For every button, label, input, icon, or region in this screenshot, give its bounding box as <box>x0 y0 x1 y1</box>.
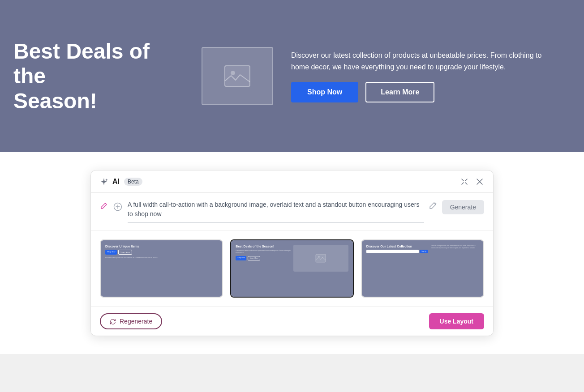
learn-more-button[interactable]: Learn More <box>365 82 434 102</box>
svg-point-1 <box>231 71 235 75</box>
card-2-right <box>293 245 348 292</box>
layout-card-2[interactable]: Best Deals of the Season! Discover our l… <box>230 239 353 298</box>
ai-dialog: AI Beta <box>90 170 494 336</box>
ai-input-area: A full width call-to-action with a backg… <box>91 193 493 230</box>
hero-description: Discover our latest collection of produc… <box>291 50 542 72</box>
use-layout-button[interactable]: Use Layout <box>429 313 484 329</box>
ai-dialog-footer: Regenerate Use Layout <box>91 307 493 336</box>
card-3-body: Find the best products and latest items … <box>431 245 479 249</box>
card-1-learn-btn: Learn More <box>118 250 132 255</box>
image-placeholder-icon <box>224 65 251 87</box>
hero-right: Discover our latest collection of produc… <box>291 50 571 102</box>
ai-label: AI <box>112 178 120 186</box>
card-1-preview: Discover Unique Items Shop Now Learn Mor… <box>101 240 222 297</box>
regenerate-label: Regenerate <box>120 318 152 325</box>
card-3-right: Find the best products and latest items … <box>431 245 479 253</box>
card-3-preview: Discover Our Latest Collection Sign Up F… <box>362 240 483 297</box>
card-2-learn-btn: Learn More <box>248 256 260 260</box>
ai-prompt-text: A full width call-to-action with a backg… <box>128 200 424 219</box>
regenerate-icon <box>110 318 116 325</box>
layout-card-1[interactable]: Discover Unique Items Shop Now Learn Mor… <box>100 239 223 298</box>
lower-section: AI Beta <box>0 152 584 354</box>
shop-now-button[interactable]: Shop Now <box>291 82 358 102</box>
card-2-desc: Discover our latest collection of produc… <box>236 250 291 254</box>
svg-point-4 <box>318 256 320 258</box>
card-2-shop-btn: Shop Now <box>236 256 246 260</box>
card-2-layout: Best Deals of the Season! Discover our l… <box>236 245 348 292</box>
card-3-left: Discover Our Latest Collection Sign Up <box>366 245 428 253</box>
card-2-buttons: Shop Now Learn More <box>236 256 291 260</box>
hero-left: Best Deals of the Season! <box>13 39 184 113</box>
beta-badge: Beta <box>124 178 142 186</box>
pencil-icon <box>100 201 108 210</box>
card-2-preview: Best Deals of the Season! Discover our l… <box>231 240 352 297</box>
close-button[interactable] <box>475 177 484 186</box>
card-1-title: Discover Unique Items <box>105 245 218 248</box>
card-3-title: Discover Our Latest Collection <box>366 245 428 248</box>
card-3-signup-btn: Sign Up <box>420 250 428 253</box>
svg-rect-0 <box>225 66 250 86</box>
card-1-buttons: Shop Now Learn More <box>105 250 218 255</box>
ai-header-right <box>460 177 484 186</box>
card-3-input-row: Sign Up <box>366 250 428 253</box>
wand-icon <box>429 201 437 209</box>
ai-dialog-header: AI Beta <box>91 170 493 193</box>
card-3-email-input <box>366 250 419 253</box>
ai-header-left: AI Beta <box>100 177 142 186</box>
hero-section: Best Deals of the Season! Discover our l… <box>0 0 584 152</box>
layout-card-3[interactable]: Discover Our Latest Collection Sign Up F… <box>361 239 484 298</box>
card-3-layout: Discover Our Latest Collection Sign Up F… <box>366 245 479 253</box>
svg-rect-3 <box>316 254 326 262</box>
hero-image-placeholder <box>202 47 273 105</box>
regenerate-button[interactable]: Regenerate <box>100 313 162 329</box>
minimize-button[interactable] <box>460 177 469 186</box>
card-2-title: Best Deals of the Season! <box>236 245 291 248</box>
card-1-body: Find the best products and brands at unb… <box>105 256 186 259</box>
hero-buttons: Shop Now Learn More <box>291 82 571 102</box>
hero-title: Best Deals of the Season! <box>13 39 184 113</box>
card-1-shop-btn: Shop Now <box>105 250 117 255</box>
plus-circle-icon[interactable] <box>113 201 122 211</box>
sparkle-icon <box>100 177 108 186</box>
generate-button[interactable]: Generate <box>442 200 484 214</box>
layout-cards: Discover Unique Items Shop Now Learn Mor… <box>91 230 493 307</box>
card-2-left: Best Deals of the Season! Discover our l… <box>236 245 291 292</box>
